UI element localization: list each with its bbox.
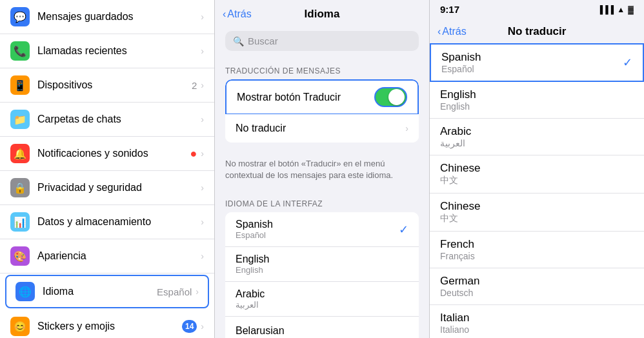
toggle-translate-item[interactable]: Mostrar botón Traducir bbox=[225, 79, 419, 114]
settings-item-datos[interactable]: 📊 Datos y almacenamiento › bbox=[0, 205, 214, 239]
no-translate-item[interactable]: No traducir › bbox=[225, 114, 419, 143]
search-icon: 🔍 bbox=[233, 36, 244, 46]
carpetas-label: Carpetas de chats bbox=[37, 114, 121, 125]
privacidad-icon: 🔒 bbox=[10, 178, 30, 197]
lang-native-french: Français bbox=[440, 251, 634, 261]
lang-no-translate-spanish[interactable]: Spanish Español ✓ bbox=[430, 43, 644, 82]
lang-native-chinese2: 中文 bbox=[440, 213, 634, 224]
wifi-icon: ▲ bbox=[617, 5, 625, 14]
lang-no-translate-chinese1[interactable]: Chinese 中文 bbox=[430, 155, 644, 194]
lang-item-english[interactable]: English English bbox=[225, 247, 419, 282]
traduccion-group: Mostrar botón Traducir No traducir › bbox=[225, 79, 419, 143]
nav-header-idioma: ‹ Atrás Idioma bbox=[215, 0, 429, 26]
chevron-icon: › bbox=[196, 286, 199, 297]
translate-description: No mostrar el botón «Traducir» en el men… bbox=[215, 153, 429, 189]
lang-native-italian: Italiano bbox=[440, 324, 634, 335]
notificaciones-label: Notificaciones y sonidos bbox=[37, 148, 148, 159]
settings-item-apariencia[interactable]: 🎨 Apariencia › bbox=[0, 239, 214, 273]
lang-native-chinese1: 中文 bbox=[440, 175, 634, 186]
lang-no-translate-italian[interactable]: Italian Italiano bbox=[430, 305, 644, 338]
settings-item-privacidad[interactable]: 🔒 Privacidad y seguridad › bbox=[0, 171, 214, 205]
panel-no-traducir: 9:17 ▐▐▐ ▲ ▓ ‹ Atrás No traducir Spanish… bbox=[430, 0, 644, 338]
lang-spanish-native: Español bbox=[236, 230, 399, 240]
privacidad-label: Privacidad y seguridad bbox=[37, 182, 142, 194]
back-button-notranslate[interactable]: ‹ Atrás bbox=[438, 26, 467, 37]
lang-name-spanish: Spanish bbox=[441, 51, 623, 64]
idioma-label: Idioma bbox=[43, 286, 74, 297]
carpetas-icon: 📁 bbox=[10, 110, 30, 129]
nav-header-notranslate: ‹ Atrás No traducir bbox=[430, 17, 644, 43]
lang-item-spanish[interactable]: Spanish Español ✓ bbox=[225, 212, 419, 247]
back-chevron-icon: ‹ bbox=[223, 8, 226, 20]
lang-english-name: English bbox=[236, 254, 408, 265]
lang-item-arabic[interactable]: Arabic العربية bbox=[225, 282, 419, 317]
chevron-icon: › bbox=[201, 148, 204, 159]
chevron-icon: › bbox=[201, 251, 204, 261]
lang-native-spanish: Español bbox=[441, 64, 623, 74]
back-label: Atrás bbox=[442, 26, 466, 37]
idioma-icon: 🌐 bbox=[15, 282, 35, 301]
idioma-title: Idioma bbox=[305, 8, 340, 21]
checkmark-icon: ✓ bbox=[623, 55, 632, 70]
notificaciones-icon: 🔔 bbox=[10, 144, 30, 163]
interfaz-language-group: Spanish Español ✓ English English Arabic… bbox=[225, 212, 419, 338]
no-translate-language-list: Spanish Español ✓ English English Arabic… bbox=[430, 43, 644, 338]
section-traduccion-header: TRADUCCIÓN DE MENSAJES bbox=[215, 56, 429, 79]
lang-name-italian: Italian bbox=[440, 312, 634, 324]
lang-arabic-name: Arabic bbox=[236, 288, 408, 300]
chevron-icon: › bbox=[201, 114, 204, 124]
toggle-translate-switch[interactable] bbox=[374, 87, 407, 107]
toggle-knob bbox=[388, 89, 405, 105]
lang-name-english: English bbox=[440, 88, 634, 101]
datos-icon: 📊 bbox=[10, 212, 30, 232]
lang-no-translate-chinese2[interactable]: Chinese 中文 bbox=[430, 194, 644, 232]
lang-english-native: English bbox=[236, 265, 408, 275]
toggle-translate-label: Mostrar botón Traducir bbox=[237, 92, 374, 103]
dispositivos-label: Dispositivos bbox=[37, 79, 92, 91]
settings-item-mensajes[interactable]: 💬 Mensajes guardados › bbox=[0, 0, 214, 34]
lang-name-chinese2: Chinese bbox=[440, 200, 634, 213]
lang-name-german: German bbox=[440, 275, 634, 288]
notification-dot: ● bbox=[190, 147, 197, 161]
notranslate-title: No traducir bbox=[508, 25, 567, 38]
search-placeholder: Buscar bbox=[248, 35, 278, 46]
lang-native-german: Deutsch bbox=[440, 288, 634, 298]
settings-item-idioma[interactable]: 🌐 Idioma Español › bbox=[5, 275, 209, 308]
mensajes-label: Mensajes guardados bbox=[37, 11, 134, 23]
settings-item-carpetas[interactable]: 📁 Carpetas de chats › bbox=[0, 103, 214, 137]
search-bar[interactable]: 🔍 Buscar bbox=[225, 31, 419, 51]
no-translate-label: No traducir bbox=[236, 123, 405, 134]
llamadas-icon: 📞 bbox=[10, 41, 30, 61]
settings-item-notificaciones[interactable]: 🔔 Notificaciones y sonidos ● › bbox=[0, 137, 214, 171]
dispositivos-icon: 📱 bbox=[10, 75, 30, 95]
lang-no-translate-english[interactable]: English English bbox=[430, 82, 644, 119]
lang-native-english: English bbox=[440, 101, 634, 112]
llamadas-label: Llamadas recientes bbox=[37, 45, 127, 57]
chevron-icon: › bbox=[201, 46, 204, 56]
chevron-icon: › bbox=[201, 183, 204, 193]
lang-native-arabic: العربية bbox=[440, 138, 634, 148]
status-bar: 9:17 ▐▐▐ ▲ ▓ bbox=[430, 0, 644, 17]
settings-item-dispositivos[interactable]: 📱 Dispositivos 2 › bbox=[0, 68, 214, 103]
battery-icon: ▓ bbox=[628, 5, 634, 14]
settings-item-stickers[interactable]: 😊 Stickers y emojis 14 › bbox=[0, 310, 214, 338]
lang-no-translate-arabic[interactable]: Arabic العربية bbox=[430, 119, 644, 155]
lang-name-arabic: Arabic bbox=[440, 125, 634, 138]
checkmark-icon: ✓ bbox=[399, 223, 408, 237]
dispositivos-value: 2 bbox=[192, 80, 197, 91]
chevron-icon: › bbox=[201, 217, 204, 227]
settings-item-llamadas[interactable]: 📞 Llamadas recientes › bbox=[0, 34, 214, 68]
lang-name-french: French bbox=[440, 238, 634, 251]
lang-no-translate-german[interactable]: German Deutsch bbox=[430, 268, 644, 305]
back-label: Atrás bbox=[227, 8, 251, 20]
settings-list: 💬 Mensajes guardados › 📞 Llamadas recien… bbox=[0, 0, 214, 338]
signal-icon: ▐▐▐ bbox=[598, 5, 614, 14]
lang-item-belarusian[interactable]: Belarusian bbox=[225, 317, 419, 338]
chevron-icon: › bbox=[201, 12, 204, 22]
chevron-icon: › bbox=[201, 321, 204, 332]
back-button-idioma[interactable]: ‹ Atrás bbox=[223, 8, 252, 20]
stickers-icon: 😊 bbox=[10, 317, 30, 336]
idioma-value: Español bbox=[157, 286, 192, 297]
lang-no-translate-french[interactable]: French Français bbox=[430, 232, 644, 268]
panel-settings: 💬 Mensajes guardados › 📞 Llamadas recien… bbox=[0, 0, 215, 338]
